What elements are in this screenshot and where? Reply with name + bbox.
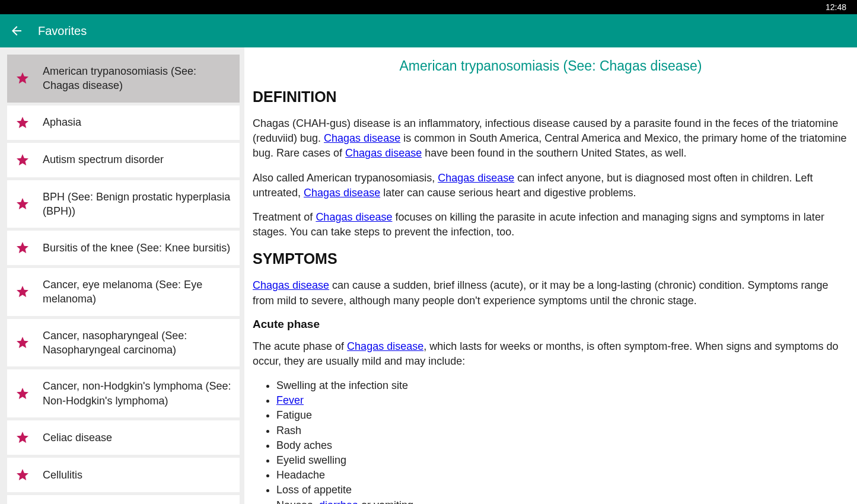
symptom-item: Loss of appetite <box>276 483 849 497</box>
symptom-item: Body aches <box>276 438 849 453</box>
acute-phase-subheading: Acute phase <box>253 318 849 331</box>
app-bar: Favorites <box>0 14 857 47</box>
symptoms-list: Swelling at the infection siteFeverFatig… <box>253 378 849 504</box>
list-item-label: Cellulitis <box>43 468 82 482</box>
list-item[interactable]: Chondrosarcoma <box>7 495 240 504</box>
chagas-link[interactable]: Chagas disease <box>304 187 380 199</box>
symptom-item: Swelling at the infection site <box>276 378 849 393</box>
chagas-link[interactable]: Chagas disease <box>345 147 422 159</box>
symptom-item: Fatigue <box>276 408 849 423</box>
list-item-label: Autism spectrum disorder <box>43 152 164 167</box>
symptoms-paragraph: Chagas disease can cause a sudden, brief… <box>253 278 849 308</box>
chagas-link[interactable]: Chagas disease <box>316 211 392 223</box>
star-icon <box>15 197 30 211</box>
back-button[interactable] <box>9 24 24 38</box>
article-title: American trypanosomiasis (See: Chagas di… <box>253 58 849 74</box>
list-item-label: BPH (See: Benign prostatic hyperplasia (… <box>43 190 231 219</box>
chagas-link[interactable]: Chagas disease <box>253 279 329 291</box>
symptom-item: Nausea, diarrhea or vomiting <box>276 498 849 504</box>
fever-link[interactable]: Fever <box>276 394 304 406</box>
star-icon <box>15 430 30 445</box>
favorites-list[interactable]: American trypanosomiasis (See: Chagas di… <box>0 47 244 504</box>
list-item-label: Celiac disease <box>43 430 112 445</box>
status-bar: 12:48 <box>0 0 857 14</box>
star-icon <box>15 241 30 255</box>
symptoms-paragraph: The acute phase of Chagas disease, which… <box>253 339 849 369</box>
list-item[interactable]: Celiac disease <box>7 420 240 455</box>
list-item[interactable]: American trypanosomiasis (See: Chagas di… <box>7 55 240 103</box>
symptom-item: Eyelid swelling <box>276 453 849 468</box>
definition-paragraph: Treatment of Chagas disease focuses on k… <box>253 210 849 240</box>
definition-heading: DEFINITION <box>253 88 849 106</box>
chagas-link[interactable]: Chagas disease <box>347 340 423 352</box>
star-icon <box>15 336 30 350</box>
page-title: Favorites <box>38 24 87 38</box>
list-item[interactable]: Aphasia <box>7 106 240 140</box>
list-item-label: Aphasia <box>43 115 81 129</box>
symptoms-heading: SYMPTOMS <box>253 250 849 267</box>
star-icon <box>15 71 30 85</box>
chagas-link[interactable]: Chagas disease <box>438 172 514 184</box>
list-item[interactable]: Cancer, nasopharyngeal (See: Nasopharyng… <box>7 319 240 367</box>
star-icon <box>15 387 30 401</box>
list-item-label: Bursitis of the knee (See: Knee bursitis… <box>43 241 230 255</box>
list-item[interactable]: BPH (See: Benign prostatic hyperplasia (… <box>7 180 240 228</box>
list-item-label: Cancer, eye melanoma (See: Eye melanoma) <box>43 277 231 307</box>
star-icon <box>15 116 30 130</box>
list-item-label: American trypanosomiasis (See: Chagas di… <box>43 64 231 93</box>
list-item[interactable]: Cancer, eye melanoma (See: Eye melanoma) <box>7 268 240 316</box>
article-content[interactable]: American trypanosomiasis (See: Chagas di… <box>244 47 857 504</box>
symptom-item: Fever <box>276 393 849 408</box>
list-item-label: Cancer, nasopharyngeal (See: Nasopharyng… <box>43 328 231 358</box>
list-item[interactable]: Autism spectrum disorder <box>7 143 240 177</box>
star-icon <box>15 153 30 167</box>
star-icon <box>15 468 30 482</box>
star-icon <box>15 285 30 299</box>
definition-paragraph: Chagas (CHAH-gus) disease is an inflamma… <box>253 116 849 161</box>
status-time: 12:48 <box>826 2 846 12</box>
list-item[interactable]: Cancer, non-Hodgkin's lymphoma (See: Non… <box>7 369 240 417</box>
diarrhea-link[interactable]: diarrhea <box>319 499 358 504</box>
list-item[interactable]: Cellulitis <box>7 458 240 492</box>
symptom-item: Rash <box>276 423 849 438</box>
chagas-link[interactable]: Chagas disease <box>324 132 400 144</box>
arrow-back-icon <box>9 24 24 38</box>
list-item-label: Cancer, non-Hodgkin's lymphoma (See: Non… <box>43 379 231 408</box>
definition-paragraph: Also called American trypanosomiasis, Ch… <box>253 171 849 200</box>
symptom-item: Headache <box>276 468 849 483</box>
list-item[interactable]: Bursitis of the knee (See: Knee bursitis… <box>7 231 240 265</box>
